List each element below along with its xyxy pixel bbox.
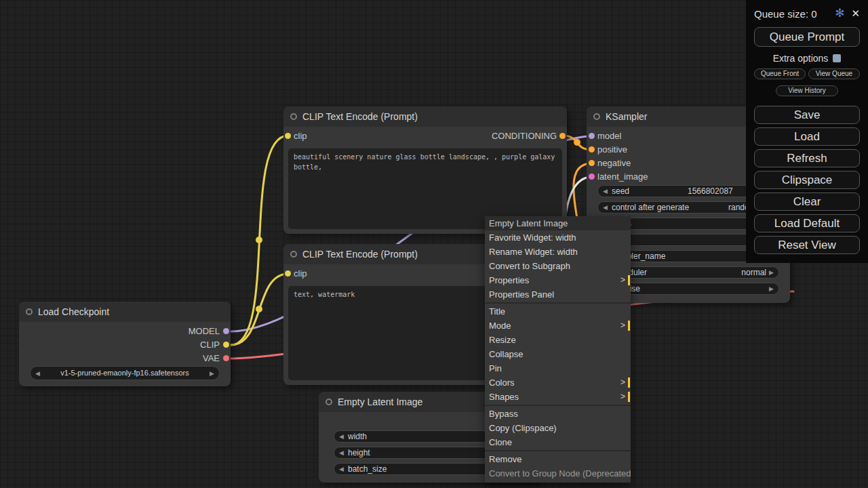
input-dot-clip[interactable]	[285, 270, 291, 277]
node-collapse-dot[interactable]	[290, 113, 297, 120]
widget-value: normal	[741, 267, 766, 279]
menu-item-pin[interactable]: Pin	[485, 361, 631, 375]
menu-item-title[interactable]: Title	[485, 304, 631, 319]
node-collapse-dot[interactable]	[26, 308, 33, 315]
output-slot-label: CONDITIONING	[492, 130, 557, 142]
context-menu-title: Empty Latent Image	[485, 216, 631, 230]
menu-item-label: Clone	[489, 437, 512, 447]
input-dot-latent_image[interactable]	[589, 174, 595, 180]
input-slot-label: positive	[597, 144, 627, 156]
node-canvas[interactable]: Load Checkpoint MODELCLIPVAE ◀ v1-5-prun…	[0, 0, 868, 488]
node-collapse-dot[interactable]	[593, 113, 600, 120]
widget-name: seed	[612, 186, 629, 197]
output-dot-clip[interactable]	[223, 342, 229, 348]
queue-front-button[interactable]: Queue Front	[754, 68, 806, 79]
panel-button-load-default[interactable]: Load Default	[754, 214, 860, 232]
decrement-arrow-icon[interactable]: ◀	[603, 202, 608, 214]
submenu-arrow-icon: >	[620, 319, 625, 333]
node-title: CLIP Text Encode (Prompt)	[302, 244, 418, 264]
view-history-button[interactable]: View History	[776, 85, 838, 96]
decrement-arrow-icon[interactable]: ◀	[339, 464, 344, 475]
panel-button-reset-view[interactable]: Reset View	[754, 236, 860, 254]
widget-name: height	[348, 447, 370, 459]
ckpt-name-widget[interactable]: ◀ v1-5-pruned-emaonly-fp16.safetensors ▶	[30, 366, 220, 380]
node-title: CLIP Text Encode (Prompt)	[302, 106, 418, 127]
output-dot-model[interactable]	[223, 328, 229, 334]
output-dot-vae[interactable]	[223, 355, 229, 361]
menu-item-collapse[interactable]: Collapse	[485, 347, 631, 361]
panel-button-clear[interactable]: Clear	[754, 192, 860, 211]
menu-item-label: Favorite Widget: width	[489, 232, 576, 243]
settings-gear-icon[interactable]: ✻	[835, 7, 844, 20]
output-slot-label: CLIP	[200, 339, 220, 351]
menu-item-favorite-widget-width[interactable]: Favorite Widget: width	[485, 230, 631, 245]
decrement-arrow-icon[interactable]: ◀	[339, 431, 344, 443]
menu-item-label: Collapse	[489, 349, 524, 359]
submenu-marker	[628, 378, 630, 388]
increment-arrow-icon[interactable]: ▶	[210, 367, 214, 380]
panel-button-clipspace[interactable]: Clipspace	[754, 171, 860, 189]
extra-options-label: Extra options	[773, 53, 829, 64]
decrement-arrow-icon[interactable]: ◀	[35, 367, 40, 380]
menu-item-mode[interactable]: Mode>	[485, 319, 631, 333]
node-collapse-dot[interactable]	[290, 251, 297, 258]
panel-button-load[interactable]: Load	[754, 127, 860, 146]
increment-arrow-icon[interactable]: ▶	[769, 283, 774, 295]
menu-item-remove[interactable]: Remove	[485, 452, 631, 466]
menu-item-convert-to-group-node-deprecated-[interactable]: Convert to Group Node (Deprecated)	[485, 466, 631, 481]
input-slot-label: negative	[597, 157, 631, 169]
panel-button-refresh[interactable]: Refresh	[754, 149, 860, 167]
node-title: Load Checkpoint	[38, 302, 109, 322]
widget-name: control after generate	[612, 202, 689, 214]
node-collapse-dot[interactable]	[326, 399, 332, 405]
comfy-menu-panel: Queue size: 0 ✻ ✕ Queue Prompt Extra opt…	[746, 0, 868, 263]
menu-item-convert-to-subgraph[interactable]: Convert to Subgraph	[485, 259, 631, 273]
queue-prompt-button[interactable]: Queue Prompt	[754, 27, 860, 47]
menu-item-label: Copy (Clipspace)	[489, 423, 557, 433]
menu-item-label: Resize	[489, 335, 516, 345]
node-clip-text-encode-positive[interactable]: CLIP Text Encode (Prompt) clip CONDITION…	[283, 106, 567, 234]
node-title: Empty Latent Image	[338, 392, 422, 412]
input-slot-label: model	[597, 130, 621, 142]
node-header[interactable]: CLIP Text Encode (Prompt)	[283, 106, 567, 127]
menu-item-properties[interactable]: Properties>	[485, 273, 631, 287]
menu-item-shapes[interactable]: Shapes>	[485, 390, 631, 404]
node-load-checkpoint[interactable]: Load Checkpoint MODELCLIPVAE ◀ v1-5-prun…	[19, 302, 231, 386]
menu-item-label: Convert to Group Node (Deprecated)	[489, 468, 631, 479]
menu-item-bypass[interactable]: Bypass	[485, 407, 631, 421]
input-slot-label: clip	[294, 130, 307, 142]
submenu-marker	[628, 275, 630, 285]
increment-arrow-icon[interactable]: ▶	[769, 267, 774, 279]
close-icon[interactable]: ✕	[851, 7, 860, 20]
output-dot-conditioning[interactable]	[559, 133, 566, 139]
input-dot-model[interactable]	[589, 133, 595, 139]
menu-item-label: Properties	[489, 275, 529, 285]
panel-button-save[interactable]: Save	[754, 106, 860, 124]
widget-name: width	[348, 431, 367, 443]
menu-item-label: Pin	[489, 363, 502, 373]
node-title: KSampler	[606, 106, 647, 127]
decrement-arrow-icon[interactable]: ◀	[603, 186, 608, 197]
menu-item-properties-panel[interactable]: Properties Panel	[485, 287, 631, 302]
node-header[interactable]: Load Checkpoint	[19, 302, 231, 322]
menu-item-resize[interactable]: Resize	[485, 333, 631, 347]
input-dot-negative[interactable]	[589, 160, 595, 166]
menu-item-rename-widget-width[interactable]: Rename Widget: width	[485, 245, 631, 259]
comfyui-app: Load Checkpoint MODELCLIPVAE ◀ v1-5-prun…	[0, 0, 868, 488]
decrement-arrow-icon[interactable]: ◀	[339, 447, 344, 459]
output-slot-label: VAE	[203, 352, 220, 365]
menu-item-copy-clipspace-[interactable]: Copy (Clipspace)	[485, 421, 631, 435]
extra-options-checkbox[interactable]	[833, 54, 841, 62]
output-slot-label: MODEL	[189, 325, 220, 338]
input-dot-clip[interactable]	[285, 133, 291, 139]
ckpt-name-value: v1-5-pruned-emaonly-fp16.safetensors	[60, 369, 189, 377]
submenu-arrow-icon: >	[620, 390, 625, 404]
menu-item-label: Properties Panel	[489, 289, 554, 300]
link-midpoint-dot	[256, 237, 262, 243]
menu-item-label: Rename Widget: width	[489, 247, 578, 257]
menu-item-colors[interactable]: Colors>	[485, 375, 631, 390]
menu-item-clone[interactable]: Clone	[485, 435, 631, 449]
input-dot-positive[interactable]	[589, 146, 595, 152]
menu-item-label: Colors	[489, 378, 515, 388]
view-queue-button[interactable]: View Queue	[808, 68, 860, 79]
